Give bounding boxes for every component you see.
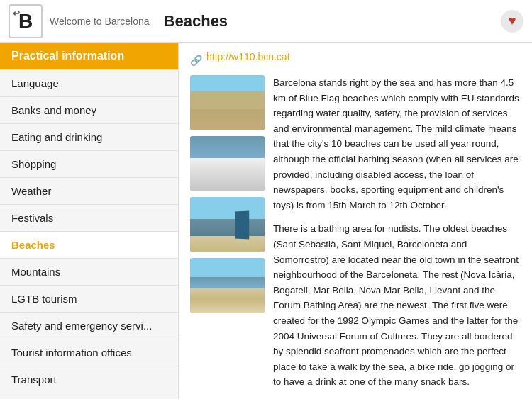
sidebar-item-language[interactable]: Language — [0, 70, 178, 97]
app-header: ↩ B Welcome to Barcelona Beaches ♥ — [0, 0, 532, 43]
paragraph-1: Barcelona stands right by the sea and ha… — [273, 75, 521, 213]
sidebar-item-mountains[interactable]: Mountains — [0, 259, 178, 286]
beach-image-1 — [190, 75, 265, 130]
sidebar-item-shopping[interactable]: Shopping — [0, 151, 178, 178]
favorite-button[interactable]: ♥ — [501, 10, 523, 33]
paragraph-2: There is a bathing area for nudists. The… — [273, 221, 521, 390]
beach-image-2 — [190, 136, 265, 191]
heart-icon: ♥ — [509, 13, 516, 28]
app-title: Welcome to Barcelona — [50, 16, 150, 27]
beach-images — [190, 75, 265, 398]
logo-letter: B — [18, 10, 33, 33]
sidebar-item-transport[interactable]: Transport — [0, 366, 178, 393]
url-row: 🔗 http://w110.bcn.cat — [190, 51, 521, 69]
page-title: Beaches — [164, 12, 501, 30]
sidebar-item-lgtb-tourism[interactable]: LGTB tourism — [0, 286, 178, 313]
sidebar-item-eating-and-drinking[interactable]: Eating and drinking — [0, 124, 178, 151]
sidebar-item-practical-information[interactable]: Practical information — [0, 43, 178, 70]
content-url[interactable]: http://w110.bcn.cat — [206, 51, 290, 62]
app-logo[interactable]: ↩ B — [9, 4, 43, 38]
content-body: Barcelona stands right by the sea and ha… — [190, 75, 521, 398]
sidebar-item-fairs-and-congresses[interactable]: Fairs and congresses — [0, 393, 178, 399]
main-layout: Practical informationLanguageBanks and m… — [0, 43, 532, 399]
sidebar-item-festivals[interactable]: Festivals — [0, 205, 178, 232]
sidebar-item-tourist-information-offices[interactable]: Tourist information offices — [0, 339, 178, 366]
beach-image-3 — [190, 197, 265, 252]
sidebar: Practical informationLanguageBanks and m… — [0, 43, 179, 399]
sidebar-item-banks-and-money[interactable]: Banks and money — [0, 97, 178, 124]
link-icon: 🔗 — [190, 55, 202, 66]
content-text: Barcelona stands right by the sea and ha… — [273, 75, 521, 398]
sidebar-item-beaches[interactable]: Beaches — [0, 232, 178, 259]
sidebar-item-weather[interactable]: Weather — [0, 178, 178, 205]
beach-image-4 — [190, 258, 265, 313]
content-area: 🔗 http://w110.bcn.cat Barcelona stands r… — [179, 43, 532, 399]
sidebar-item-safety-and-emergency[interactable]: Safety and emergency servi... — [0, 313, 178, 339]
back-arrow-icon[interactable]: ↩ — [13, 9, 20, 18]
